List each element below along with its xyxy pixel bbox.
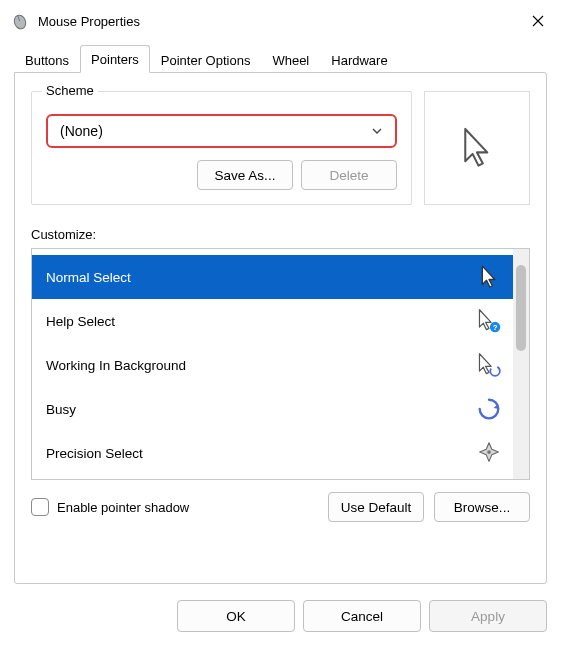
list-item-help-select[interactable]: Help Select ? — [32, 299, 513, 343]
svg-point-0 — [12, 14, 27, 31]
use-default-button[interactable]: Use Default — [328, 492, 424, 522]
list-item-label: Precision Select — [46, 446, 143, 461]
svg-point-5 — [487, 450, 491, 454]
cancel-button[interactable]: Cancel — [303, 600, 421, 632]
tab-page-pointers: Scheme (None) Save As... Delete — [14, 72, 547, 584]
scrollbar[interactable] — [513, 249, 529, 479]
ok-button[interactable]: OK — [177, 600, 295, 632]
list-item-label: Normal Select — [46, 270, 131, 285]
save-as-button[interactable]: Save As... — [197, 160, 293, 190]
tab-strip: Buttons Pointers Pointer Options Wheel H… — [14, 42, 547, 72]
list-item-precision[interactable]: Precision Select — [32, 431, 513, 475]
scheme-legend: Scheme — [42, 83, 98, 98]
browse-button[interactable]: Browse... — [434, 492, 530, 522]
cursor-arrow-icon — [475, 263, 503, 291]
delete-button[interactable]: Delete — [301, 160, 397, 190]
svg-point-4 — [490, 366, 500, 376]
svg-text:?: ? — [493, 323, 498, 332]
list-item-label: Busy — [46, 402, 76, 417]
list-item-busy[interactable]: Busy — [32, 387, 513, 431]
tab-hardware[interactable]: Hardware — [320, 46, 398, 73]
tab-buttons[interactable]: Buttons — [14, 46, 80, 73]
list-item-label: Help Select — [46, 314, 115, 329]
apply-button[interactable]: Apply — [429, 600, 547, 632]
tab-wheel[interactable]: Wheel — [261, 46, 320, 73]
list-item-label: Working In Background — [46, 358, 186, 373]
window-title: Mouse Properties — [38, 14, 515, 29]
scheme-value: (None) — [60, 123, 103, 139]
cursor-precision-icon — [475, 439, 503, 467]
scheme-dropdown[interactable]: (None) — [46, 114, 397, 148]
pointer-list: Normal Select Help Select — [31, 248, 530, 480]
chevron-down-icon — [371, 125, 383, 137]
cursor-busy-icon — [475, 395, 503, 423]
cursor-help-icon: ? — [475, 307, 503, 335]
list-item-working-bg[interactable]: Working In Background — [32, 343, 513, 387]
cursor-arrow-icon — [459, 126, 495, 170]
dialog-button-row: OK Cancel Apply — [0, 584, 561, 648]
tab-pointers[interactable]: Pointers — [80, 45, 150, 73]
tab-pointer-options[interactable]: Pointer Options — [150, 46, 262, 73]
scheme-group: Scheme (None) Save As... Delete — [31, 91, 412, 205]
checkbox-label: Enable pointer shadow — [57, 500, 189, 515]
customize-label: Customize: — [31, 227, 530, 242]
pointer-shadow-checkbox[interactable]: Enable pointer shadow — [31, 498, 189, 516]
mouse-icon — [10, 11, 30, 31]
list-item-normal-select[interactable]: Normal Select — [32, 255, 513, 299]
checkbox-box — [31, 498, 49, 516]
close-button[interactable] — [515, 0, 561, 42]
titlebar: Mouse Properties — [0, 0, 561, 42]
pointer-preview — [424, 91, 530, 205]
cursor-busy-bg-icon — [475, 351, 503, 379]
scroll-thumb[interactable] — [516, 265, 526, 351]
mouse-properties-dialog: Mouse Properties Buttons Pointers Pointe… — [0, 0, 561, 648]
